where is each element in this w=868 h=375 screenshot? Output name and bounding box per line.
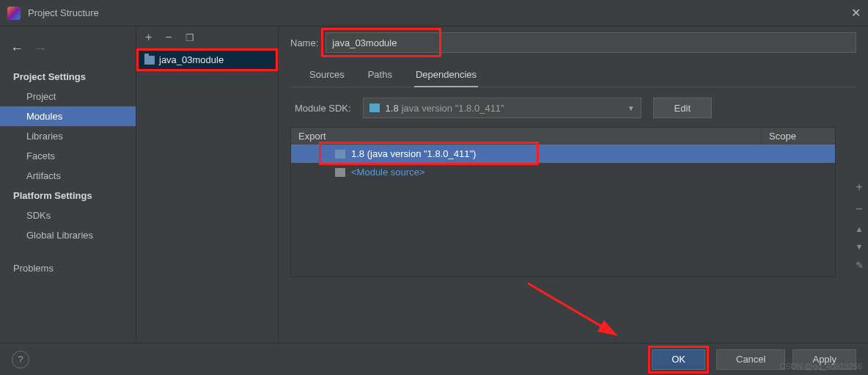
nav-back-icon[interactable]: ← — [10, 41, 23, 57]
nav-item-facets[interactable]: Facets — [0, 146, 136, 166]
move-up-icon[interactable]: ▲ — [856, 225, 864, 233]
sdk-version: 1.8 — [386, 103, 399, 114]
ok-button[interactable]: OK — [652, 349, 705, 370]
chevron-down-icon: ▼ — [628, 104, 635, 112]
add-dependency-icon[interactable]: + — [856, 181, 862, 194]
footer: ? OK Cancel Apply — [0, 343, 868, 375]
edit-sdk-button[interactable]: Edit — [653, 98, 712, 118]
col-scope[interactable]: Scope — [762, 128, 835, 145]
nav-forward-icon: → — [34, 41, 47, 57]
module-folder-icon — [144, 56, 155, 65]
module-item[interactable]: java_03module — [136, 48, 278, 71]
watermark: CSDN @qq_40919256 — [779, 362, 862, 371]
name-label: Name: — [290, 37, 318, 48]
titlebar: Project Structure ✕ — [0, 0, 868, 26]
annotation-highlight: OK — [648, 346, 709, 374]
module-column: + − ❐ java_03module — [136, 26, 279, 342]
content-panel: Name: Sources Paths Dependencies Module … — [279, 26, 868, 342]
tab-sources[interactable]: Sources — [308, 65, 346, 87]
nav-item-global-libraries[interactable]: Global Libraries — [0, 225, 136, 245]
tab-paths[interactable]: Paths — [367, 65, 394, 87]
edit-dependency-icon[interactable]: ✎ — [856, 260, 864, 271]
nav-item-modules[interactable]: Modules — [0, 106, 136, 126]
help-button[interactable]: ? — [12, 351, 29, 368]
close-icon[interactable]: ✕ — [851, 6, 861, 20]
add-module-icon[interactable]: + — [145, 31, 152, 44]
nav-item-problems[interactable]: Problems — [0, 258, 136, 278]
sdk-detail: java version "1.8.0_411" — [402, 103, 504, 114]
copy-module-icon[interactable]: ❐ — [185, 32, 194, 43]
module-sdk-label: Module SDK: — [295, 103, 351, 114]
sdk-folder-icon — [369, 103, 380, 112]
dependency-label: <Module source> — [351, 167, 424, 178]
cancel-button[interactable]: Cancel — [716, 349, 785, 370]
svg-line-0 — [528, 283, 616, 335]
move-down-icon[interactable]: ▼ — [856, 242, 864, 251]
dependencies-table: Export Scope 1.8 (java version "1.8.0_41… — [290, 127, 836, 277]
source-folder-icon — [335, 168, 345, 177]
nav-item-project[interactable]: Project — [0, 87, 136, 106]
annotation-arrow-icon — [521, 276, 638, 349]
remove-dependency-icon[interactable]: − — [856, 203, 862, 216]
tab-dependencies[interactable]: Dependencies — [414, 65, 478, 87]
sidebar-nav: ← → Project Settings Project Modules Lib… — [0, 26, 136, 342]
annotation-highlight — [319, 142, 539, 165]
app-logo-icon — [7, 7, 21, 20]
nav-item-artifacts[interactable]: Artifacts — [0, 166, 136, 186]
module-sdk-select[interactable]: 1.8 java version "1.8.0_411" ▼ — [363, 98, 641, 118]
name-input[interactable] — [326, 32, 856, 53]
platform-settings-header: Platform Settings — [0, 186, 136, 205]
tabs: Sources Paths Dependencies — [290, 65, 856, 87]
dependency-tools: + − ▲ ▼ ✎ — [850, 181, 868, 271]
nav-item-sdks[interactable]: SDKs — [0, 205, 136, 225]
module-item-label: java_03module — [159, 54, 224, 65]
window-title: Project Structure — [28, 7, 99, 18]
dependency-row[interactable]: <Module source> — [291, 163, 835, 181]
nav-item-libraries[interactable]: Libraries — [0, 126, 136, 146]
remove-module-icon[interactable]: − — [165, 31, 172, 44]
project-settings-header: Project Settings — [0, 67, 136, 87]
